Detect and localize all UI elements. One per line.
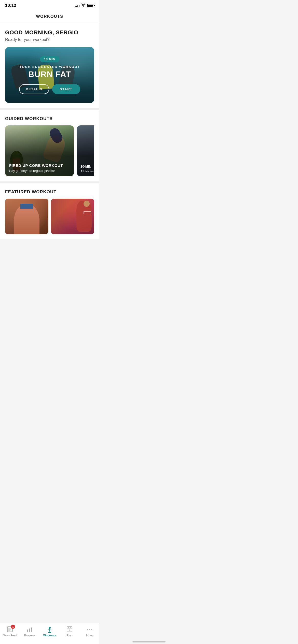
suggested-workout-content: 13 MIN YOUR SUGGESTED WORKOUT BURN FAT D… <box>5 47 94 103</box>
workout-name: BURN FAT <box>28 70 71 79</box>
page-header: WORKOUTS <box>0 11 99 23</box>
duration-badge: 13 MIN <box>40 56 60 62</box>
main-content: GOOD MORNING, SERGIO Ready for your work… <box>0 23 99 108</box>
start-button[interactable]: START <box>52 84 80 94</box>
workout-card-1-content: FIRED UP CORE WORKOUT Say goodbye to reg… <box>5 160 74 176</box>
workout-card-2-content: 10-MIN A total- wake u <box>80 165 94 173</box>
section-divider-2 <box>0 181 99 183</box>
featured-card-right[interactable] <box>51 199 94 234</box>
workout-card-2-subtitle: A total- wake u <box>80 170 94 173</box>
guided-workouts-title: GUIDED WORKOUTS <box>5 116 94 121</box>
suggested-workout-card[interactable]: 13 MIN YOUR SUGGESTED WORKOUT BURN FAT D… <box>5 47 94 103</box>
featured-grid <box>5 199 94 234</box>
section-divider-1 <box>0 108 99 110</box>
workout-card-1-subtitle: Say goodbye to regular planks! <box>9 169 70 173</box>
battery-icon <box>87 4 94 7</box>
card-buttons: DETAILS START <box>19 84 80 94</box>
featured-workout-section: FEATURED WORKOUT <box>0 183 99 239</box>
workout-card-2-title: 10-MIN <box>80 165 94 169</box>
suggested-label: YOUR SUGGESTED WORKOUT <box>19 65 80 69</box>
status-bar: 10:12 <box>0 0 99 11</box>
details-button[interactable]: DETAILS <box>19 84 49 94</box>
status-icons <box>75 4 94 8</box>
status-time: 10:12 <box>5 3 16 8</box>
greeting-title: GOOD MORNING, SERGIO <box>5 29 94 36</box>
workouts-scroll[interactable]: FIRED UP CORE WORKOUT Say goodbye to reg… <box>5 125 94 176</box>
workout-card-1-title: FIRED UP CORE WORKOUT <box>9 163 70 168</box>
workout-card-1[interactable]: FIRED UP CORE WORKOUT Say goodbye to reg… <box>5 125 74 176</box>
page-title: WORKOUTS <box>36 14 63 19</box>
signal-icon <box>75 4 79 7</box>
wifi-icon <box>81 4 86 8</box>
guided-workouts-section: GUIDED WORKOUTS FIRED UP CORE WORKOUT Sa… <box>0 110 99 181</box>
workout-card-2[interactable]: 10-MIN A total- wake u <box>77 125 94 176</box>
featured-workout-title: FEATURED WORKOUT <box>5 189 94 195</box>
greeting-subtitle: Ready for your workout? <box>5 37 94 42</box>
featured-card-left[interactable] <box>5 199 48 234</box>
